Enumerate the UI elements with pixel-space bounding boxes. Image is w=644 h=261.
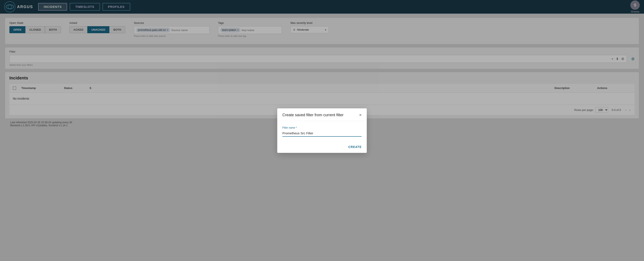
modal-body: Filter name * [277, 121, 367, 142]
main-content: Open State OPEN CLOSED BOTH Acked ACKED … [0, 14, 644, 261]
modal-header: Create saved filter from current filter … [277, 108, 367, 121]
modal-close-button[interactable]: × [359, 113, 362, 118]
create-filter-button[interactable]: CREATE [348, 145, 362, 149]
filter-name-label: Filter name * [282, 126, 362, 129]
filter-name-input[interactable] [282, 130, 362, 137]
modal-footer: CREATE [277, 142, 367, 153]
modal-dialog: Create saved filter from current filter … [277, 108, 367, 153]
modal-overlay: Create saved filter from current filter … [0, 0, 644, 261]
modal-title: Create saved filter from current filter [282, 113, 344, 117]
